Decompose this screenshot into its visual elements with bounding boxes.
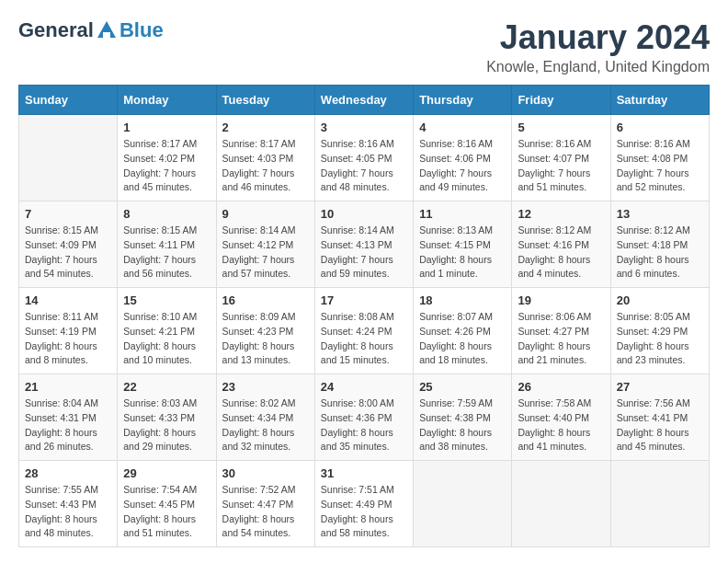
day-number: 25	[419, 380, 506, 394]
day-number: 30	[222, 466, 309, 480]
day-info: Sunrise: 8:13 AMSunset: 4:15 PMDaylight:…	[419, 224, 506, 282]
calendar-day-cell: 25Sunrise: 7:59 AMSunset: 4:38 PMDayligh…	[414, 374, 512, 461]
day-number: 16	[222, 293, 309, 307]
svg-rect-1	[103, 32, 110, 38]
day-info: Sunrise: 7:51 AMSunset: 4:49 PMDaylight:…	[321, 483, 407, 541]
calendar-header-friday: Friday	[512, 86, 610, 115]
day-number: 26	[518, 380, 604, 394]
day-info: Sunrise: 7:54 AMSunset: 4:45 PMDaylight:…	[123, 483, 210, 541]
calendar-day-cell: 17Sunrise: 8:08 AMSunset: 4:24 PMDayligh…	[314, 288, 413, 374]
day-number: 29	[123, 466, 210, 480]
calendar-day-cell: 10Sunrise: 8:14 AMSunset: 4:13 PMDayligh…	[314, 201, 413, 288]
day-info: Sunrise: 8:17 AMSunset: 4:02 PMDaylight:…	[123, 137, 210, 195]
calendar-header-saturday: Saturday	[610, 86, 709, 115]
day-number: 8	[123, 207, 210, 221]
day-number: 1	[123, 121, 210, 134]
calendar-day-cell: 27Sunrise: 7:56 AMSunset: 4:41 PMDayligh…	[610, 374, 709, 461]
calendar-week-row: 7Sunrise: 8:15 AMSunset: 4:09 PMDaylight…	[19, 201, 710, 288]
calendar-day-cell: 4Sunrise: 8:16 AMSunset: 4:06 PMDaylight…	[414, 115, 512, 201]
day-number: 28	[25, 466, 111, 480]
calendar-day-cell	[414, 461, 512, 547]
day-number: 3	[321, 121, 407, 134]
calendar-day-cell: 7Sunrise: 8:15 AMSunset: 4:09 PMDaylight…	[19, 201, 118, 288]
day-info: Sunrise: 8:07 AMSunset: 4:26 PMDaylight:…	[419, 310, 506, 368]
day-info: Sunrise: 8:12 AMSunset: 4:16 PMDaylight:…	[518, 224, 604, 282]
calendar-table: SundayMondayTuesdayWednesdayThursdayFrid…	[18, 85, 710, 547]
day-number: 15	[123, 293, 210, 307]
calendar-day-cell: 6Sunrise: 8:16 AMSunset: 4:08 PMDaylight…	[610, 115, 709, 201]
calendar-day-cell: 30Sunrise: 7:52 AMSunset: 4:47 PMDayligh…	[216, 461, 314, 547]
calendar-day-cell: 15Sunrise: 8:10 AMSunset: 4:21 PMDayligh…	[118, 288, 216, 374]
calendar-day-cell: 2Sunrise: 8:17 AMSunset: 4:03 PMDaylight…	[216, 115, 314, 201]
day-number: 19	[518, 293, 604, 307]
day-number: 10	[321, 207, 407, 221]
day-number: 4	[419, 121, 506, 134]
day-info: Sunrise: 7:52 AMSunset: 4:47 PMDaylight:…	[222, 483, 309, 541]
calendar-day-cell: 13Sunrise: 8:12 AMSunset: 4:18 PMDayligh…	[610, 201, 709, 288]
calendar-header-monday: Monday	[118, 86, 216, 115]
month-title: January 2024	[486, 18, 710, 57]
calendar-day-cell: 3Sunrise: 8:16 AMSunset: 4:05 PMDaylight…	[314, 115, 413, 201]
calendar-day-cell: 12Sunrise: 8:12 AMSunset: 4:16 PMDayligh…	[512, 201, 610, 288]
calendar-header-wednesday: Wednesday	[314, 86, 413, 115]
day-info: Sunrise: 8:15 AMSunset: 4:11 PMDaylight:…	[123, 224, 210, 282]
calendar-day-cell: 9Sunrise: 8:14 AMSunset: 4:12 PMDaylight…	[216, 201, 314, 288]
day-info: Sunrise: 8:11 AMSunset: 4:19 PMDaylight:…	[25, 310, 111, 368]
logo-blue-text: Blue	[119, 18, 164, 42]
day-number: 22	[123, 380, 210, 394]
day-number: 18	[419, 293, 506, 307]
day-info: Sunrise: 8:12 AMSunset: 4:18 PMDaylight:…	[617, 224, 703, 282]
day-number: 23	[222, 380, 309, 394]
calendar-week-row: 21Sunrise: 8:04 AMSunset: 4:31 PMDayligh…	[19, 374, 710, 461]
calendar-day-cell: 20Sunrise: 8:05 AMSunset: 4:29 PMDayligh…	[610, 288, 709, 374]
day-number: 14	[25, 293, 111, 307]
calendar-header-tuesday: Tuesday	[216, 86, 314, 115]
day-info: Sunrise: 8:16 AMSunset: 4:08 PMDaylight:…	[617, 137, 703, 195]
calendar-week-row: 14Sunrise: 8:11 AMSunset: 4:19 PMDayligh…	[19, 288, 710, 374]
day-info: Sunrise: 8:04 AMSunset: 4:31 PMDaylight:…	[25, 396, 111, 454]
title-section: January 2024 Knowle, England, United Kin…	[486, 18, 710, 75]
day-info: Sunrise: 8:06 AMSunset: 4:27 PMDaylight:…	[518, 310, 604, 368]
day-info: Sunrise: 8:05 AMSunset: 4:29 PMDaylight:…	[617, 310, 703, 368]
calendar-day-cell	[19, 115, 118, 201]
calendar-header-sunday: Sunday	[19, 86, 118, 115]
day-info: Sunrise: 8:15 AMSunset: 4:09 PMDaylight:…	[25, 224, 111, 282]
calendar-day-cell: 29Sunrise: 7:54 AMSunset: 4:45 PMDayligh…	[118, 461, 216, 547]
day-number: 20	[617, 293, 703, 307]
calendar-day-cell: 1Sunrise: 8:17 AMSunset: 4:02 PMDaylight…	[118, 115, 216, 201]
day-info: Sunrise: 8:17 AMSunset: 4:03 PMDaylight:…	[222, 137, 309, 195]
day-info: Sunrise: 8:03 AMSunset: 4:33 PMDaylight:…	[123, 396, 210, 454]
calendar-day-cell: 5Sunrise: 8:16 AMSunset: 4:07 PMDaylight…	[512, 115, 610, 201]
calendar-day-cell: 11Sunrise: 8:13 AMSunset: 4:15 PMDayligh…	[414, 201, 512, 288]
day-info: Sunrise: 8:09 AMSunset: 4:23 PMDaylight:…	[222, 310, 309, 368]
calendar-day-cell: 31Sunrise: 7:51 AMSunset: 4:49 PMDayligh…	[314, 461, 413, 547]
calendar-day-cell: 28Sunrise: 7:55 AMSunset: 4:43 PMDayligh…	[19, 461, 118, 547]
day-number: 24	[321, 380, 407, 394]
day-info: Sunrise: 8:08 AMSunset: 4:24 PMDaylight:…	[321, 310, 407, 368]
day-info: Sunrise: 8:14 AMSunset: 4:13 PMDaylight:…	[321, 224, 407, 282]
calendar-day-cell: 26Sunrise: 7:58 AMSunset: 4:40 PMDayligh…	[512, 374, 610, 461]
day-info: Sunrise: 7:55 AMSunset: 4:43 PMDaylight:…	[25, 483, 111, 541]
calendar-day-cell: 24Sunrise: 8:00 AMSunset: 4:36 PMDayligh…	[314, 374, 413, 461]
day-number: 12	[518, 207, 604, 221]
day-number: 27	[617, 380, 703, 394]
location: Knowle, England, United Kingdom	[486, 59, 710, 75]
calendar-day-cell: 18Sunrise: 8:07 AMSunset: 4:26 PMDayligh…	[414, 288, 512, 374]
calendar-header-row: SundayMondayTuesdayWednesdayThursdayFrid…	[19, 86, 710, 115]
calendar-day-cell: 21Sunrise: 8:04 AMSunset: 4:31 PMDayligh…	[19, 374, 118, 461]
day-number: 7	[25, 207, 111, 221]
calendar-day-cell	[610, 461, 709, 547]
calendar-day-cell: 16Sunrise: 8:09 AMSunset: 4:23 PMDayligh…	[216, 288, 314, 374]
day-number: 2	[222, 121, 309, 134]
day-info: Sunrise: 8:02 AMSunset: 4:34 PMDaylight:…	[222, 396, 309, 454]
day-number: 13	[617, 207, 703, 221]
day-number: 6	[617, 121, 703, 134]
calendar-day-cell: 22Sunrise: 8:03 AMSunset: 4:33 PMDayligh…	[118, 374, 216, 461]
logo-general-text: General	[18, 18, 94, 42]
day-number: 9	[222, 207, 309, 221]
day-number: 17	[321, 293, 407, 307]
calendar-day-cell: 23Sunrise: 8:02 AMSunset: 4:34 PMDayligh…	[216, 374, 314, 461]
calendar-header-thursday: Thursday	[414, 86, 512, 115]
day-number: 5	[518, 121, 604, 134]
day-info: Sunrise: 8:16 AMSunset: 4:05 PMDaylight:…	[321, 137, 407, 195]
